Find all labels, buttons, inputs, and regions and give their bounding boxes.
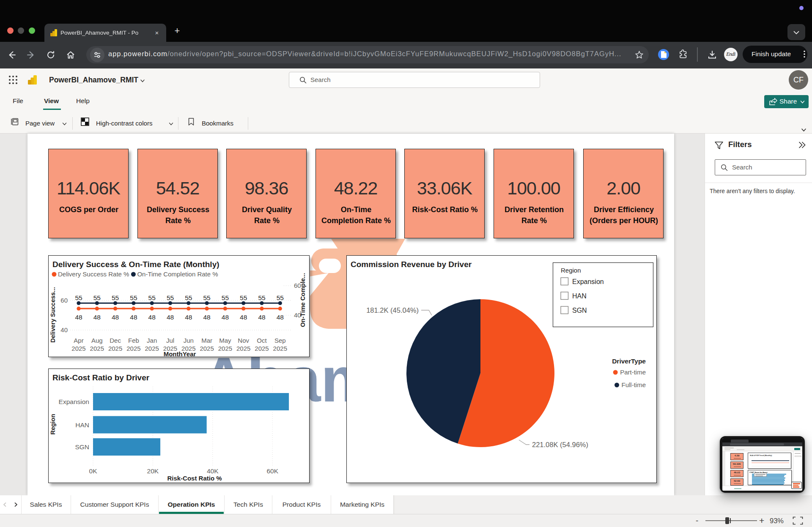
data-point-marker[interactable] bbox=[150, 301, 154, 305]
kpi-card[interactable]: 33.06KRisk-Cost Ratio % bbox=[404, 149, 485, 238]
powerbi-search-box[interactable]: Search bbox=[289, 72, 540, 88]
bookmark-star-icon[interactable] bbox=[635, 50, 644, 59]
macos-minimize-button[interactable] bbox=[18, 27, 24, 34]
kpi-card[interactable]: 98.36Driver Quality Rate % bbox=[226, 149, 307, 238]
sheet-tab-customer-support-kpis[interactable]: Customer Support KPIs bbox=[71, 495, 159, 514]
high-contrast-chevron-icon[interactable] bbox=[168, 121, 174, 127]
data-point-marker[interactable] bbox=[187, 307, 190, 311]
slicer-checkbox-sgn[interactable] bbox=[561, 306, 568, 314]
chart-title: Commission Revenue by Driver bbox=[351, 260, 472, 269]
data-point-marker[interactable] bbox=[113, 301, 117, 305]
kpi-card[interactable]: 48.22On-Time Completion Rate % bbox=[315, 149, 396, 238]
tabs-next-arrow-icon[interactable] bbox=[13, 502, 18, 507]
tabs-prev-arrow-icon[interactable] bbox=[3, 502, 8, 507]
sheet-tab-label: Sales KPIs bbox=[21, 501, 71, 508]
menu-help[interactable]: Help bbox=[76, 97, 90, 105]
chart-text: 2025 bbox=[218, 345, 232, 352]
macos-close-button[interactable] bbox=[7, 27, 14, 34]
bar-han[interactable] bbox=[93, 416, 207, 434]
data-point-marker[interactable] bbox=[132, 301, 135, 305]
data-point-marker[interactable] bbox=[205, 301, 209, 305]
data-point-marker[interactable] bbox=[241, 307, 245, 311]
data-point-marker[interactable] bbox=[113, 307, 117, 311]
sheet-tab-marketing-kpis[interactable]: Marketing KPIs bbox=[331, 495, 394, 514]
page-view-chevron-icon[interactable] bbox=[62, 121, 67, 127]
data-point-marker[interactable] bbox=[223, 307, 227, 311]
zoom-slider-handle[interactable] bbox=[725, 517, 729, 524]
browser-menu-dots-icon[interactable] bbox=[800, 49, 809, 59]
kpi-card[interactable]: 54.52Delivery Success Rate % bbox=[137, 149, 218, 238]
bar-sgn[interactable] bbox=[93, 438, 160, 456]
filters-search-box[interactable]: Search bbox=[715, 159, 806, 175]
data-point-marker[interactable] bbox=[132, 307, 135, 311]
slicer-checkbox-han[interactable] bbox=[561, 292, 568, 300]
fit-to-page-icon[interactable] bbox=[793, 516, 803, 525]
address-bar[interactable]: app.powerbi.com/onedrive/open?pbi_source… bbox=[86, 46, 649, 63]
statusbar-border bbox=[0, 514, 812, 514]
tab-search-button[interactable] bbox=[787, 24, 805, 40]
downloads-button[interactable] bbox=[707, 50, 717, 60]
data-point-marker[interactable] bbox=[77, 301, 80, 305]
data-point-marker[interactable] bbox=[223, 301, 227, 305]
zoom-out-button[interactable]: - bbox=[696, 516, 698, 525]
pie-chart-visual[interactable]: Commission Revenue by Driver181.2K (45.0… bbox=[346, 255, 657, 483]
menu-file[interactable]: File bbox=[13, 97, 23, 105]
data-point-marker[interactable] bbox=[95, 307, 99, 311]
slicer-checkbox-expansion[interactable] bbox=[561, 278, 568, 285]
menu-view[interactable]: View bbox=[44, 97, 59, 105]
collapse-filters-icon[interactable] bbox=[798, 141, 807, 149]
data-point-marker[interactable] bbox=[150, 307, 154, 311]
data-point-marker[interactable] bbox=[95, 301, 99, 305]
share-button[interactable]: Share bbox=[764, 95, 809, 108]
screen-preview-thumbnail[interactable]: 4.59 58.32K 46.03 52.60 SLA & FCR Trend … bbox=[720, 436, 805, 493]
finish-update-button[interactable]: Finish update bbox=[743, 46, 807, 63]
back-button[interactable] bbox=[7, 50, 16, 60]
data-point-marker[interactable] bbox=[205, 307, 209, 311]
sheet-tab-tech-kpis[interactable]: Tech KPIs bbox=[225, 495, 272, 514]
report-title[interactable]: PowerBI_Ahamove_RMIT bbox=[49, 76, 138, 85]
page-view-button[interactable]: Page view bbox=[25, 120, 55, 127]
data-point-marker[interactable] bbox=[168, 307, 172, 311]
high-contrast-button[interactable]: High-contrast colors bbox=[96, 120, 152, 127]
sheet-tab-sales-kpis[interactable]: Sales KPIs bbox=[21, 495, 71, 514]
sheet-tab-product-kpis[interactable]: Product KPIs bbox=[272, 495, 331, 514]
data-point-marker[interactable] bbox=[168, 301, 172, 305]
bar-expansion[interactable] bbox=[93, 393, 289, 410]
reload-button[interactable] bbox=[46, 50, 55, 60]
browser-profile-avatar[interactable]: Endi bbox=[724, 48, 738, 61]
macos-zoom-button[interactable] bbox=[29, 27, 35, 34]
data-point-marker[interactable] bbox=[278, 307, 282, 311]
decor bbox=[722, 446, 802, 451]
data-point-marker[interactable] bbox=[77, 307, 80, 311]
sheet-tab-operation-kpis[interactable]: Operation KPIs bbox=[159, 495, 225, 514]
data-point-marker[interactable] bbox=[278, 301, 282, 305]
forward-button[interactable] bbox=[26, 50, 36, 60]
bar-chart-visual[interactable]: Risk-Cost Ratio by Driver0K20K40K60KExpa… bbox=[48, 369, 310, 483]
decor bbox=[799, 142, 805, 148]
kpi-card[interactable]: 100.00Driver Retention Rate % bbox=[494, 149, 574, 238]
site-settings-button[interactable] bbox=[90, 48, 104, 62]
chart-text: Expansion bbox=[59, 398, 89, 405]
decor bbox=[9, 76, 11, 77]
data-point-marker[interactable] bbox=[187, 301, 190, 305]
url-text[interactable]: app.powerbi.com/onedrive/open?pbi_source… bbox=[108, 50, 631, 60]
browser-tab[interactable]: PowerBI_Ahamove_RMIT - Po × bbox=[44, 24, 166, 42]
zoom-in-button[interactable]: + bbox=[759, 516, 764, 526]
zoom-slider-track[interactable] bbox=[705, 520, 757, 521]
kpi-card[interactable]: 2.00Driver Efficiency (Orders per HOUR) bbox=[583, 149, 664, 238]
home-button[interactable] bbox=[66, 50, 75, 60]
extensions-puzzle-icon[interactable] bbox=[678, 49, 688, 60]
bookmarks-button[interactable]: Bookmarks bbox=[202, 120, 233, 127]
data-point-marker[interactable] bbox=[241, 301, 245, 305]
tab-close-icon[interactable]: × bbox=[153, 29, 161, 37]
title-chevron-icon[interactable] bbox=[140, 78, 145, 84]
new-tab-button[interactable]: + bbox=[171, 25, 183, 37]
user-avatar[interactable]: CF bbox=[789, 70, 808, 90]
kpi-card[interactable]: 114.06KCOGS per Order bbox=[48, 149, 129, 238]
data-point-marker[interactable] bbox=[260, 307, 263, 311]
collapse-toolbar-chevron-icon[interactable] bbox=[801, 127, 807, 133]
extension-doc-icon[interactable] bbox=[658, 49, 669, 60]
line-chart-visual[interactable]: Delivery Success & On-Time Rate (Monthly… bbox=[48, 255, 310, 357]
waffle-menu-icon[interactable] bbox=[8, 75, 18, 85]
data-point-marker[interactable] bbox=[260, 301, 263, 305]
